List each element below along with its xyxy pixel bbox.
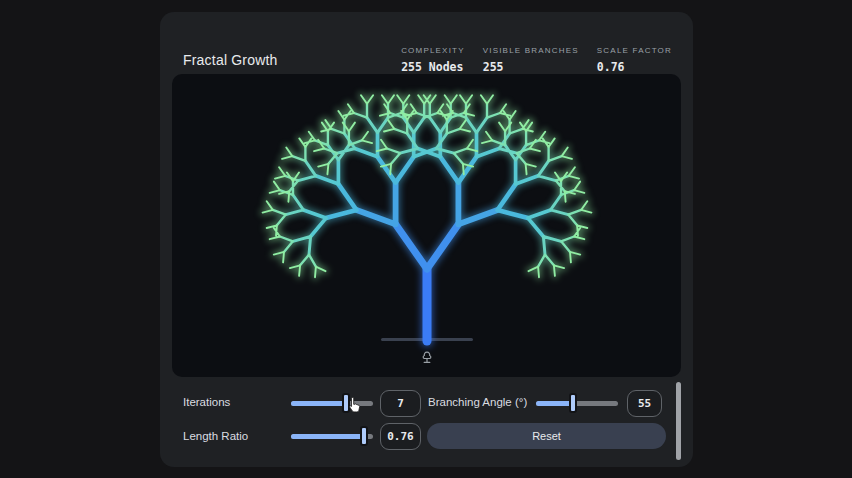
branching-angle-slider-thumb[interactable] (569, 393, 577, 413)
length-ratio-slider[interactable] (291, 427, 373, 445)
reset-button[interactable]: Reset (427, 423, 666, 449)
page-title: Fractal Growth (183, 52, 278, 68)
iterations-slider-fill (291, 401, 346, 406)
branching-angle-value[interactable]: 55 (627, 390, 662, 417)
stat-complexity-label: COMPLEXITY (401, 46, 465, 55)
length-ratio-slider-thumb[interactable] (360, 426, 368, 446)
branching-angle-slider-fill (536, 401, 573, 406)
stat-scale-factor-label: SCALE FACTOR (597, 46, 672, 55)
vertical-scrollbar[interactable] (676, 382, 681, 460)
branching-angle-slider[interactable] (536, 394, 618, 412)
tree-icon (419, 350, 435, 366)
fractal-canvas (172, 74, 681, 377)
stat-scale-factor-value: 0.76 (597, 60, 672, 74)
iterations-label: Iterations (183, 396, 230, 408)
fractal-tree-svg (172, 74, 681, 377)
stat-visible-branches-value: 255 (483, 60, 579, 74)
stat-complexity: COMPLEXITY 255 Nodes (401, 46, 465, 74)
pointer-hand-cursor (346, 397, 363, 417)
stats-bar: COMPLEXITY 255 Nodes VISIBLE BRANCHES 25… (401, 46, 672, 74)
stat-visible-branches: VISIBLE BRANCHES 255 (483, 46, 579, 74)
length-ratio-slider-fill (291, 434, 364, 439)
iterations-value[interactable]: 7 (380, 390, 421, 417)
stat-visible-branches-label: VISIBLE BRANCHES (483, 46, 579, 55)
length-ratio-label: Length Ratio (183, 430, 248, 442)
fractal-growth-panel: Fractal Growth COMPLEXITY 255 Nodes VISI… (160, 12, 693, 467)
stat-scale-factor: SCALE FACTOR 0.76 (597, 46, 672, 74)
screen: Fractal Growth COMPLEXITY 255 Nodes VISI… (0, 0, 852, 478)
length-ratio-value[interactable]: 0.76 (380, 423, 421, 450)
stat-complexity-value: 255 Nodes (401, 60, 465, 74)
branching-angle-label: Branching Angle (°) (428, 396, 527, 408)
